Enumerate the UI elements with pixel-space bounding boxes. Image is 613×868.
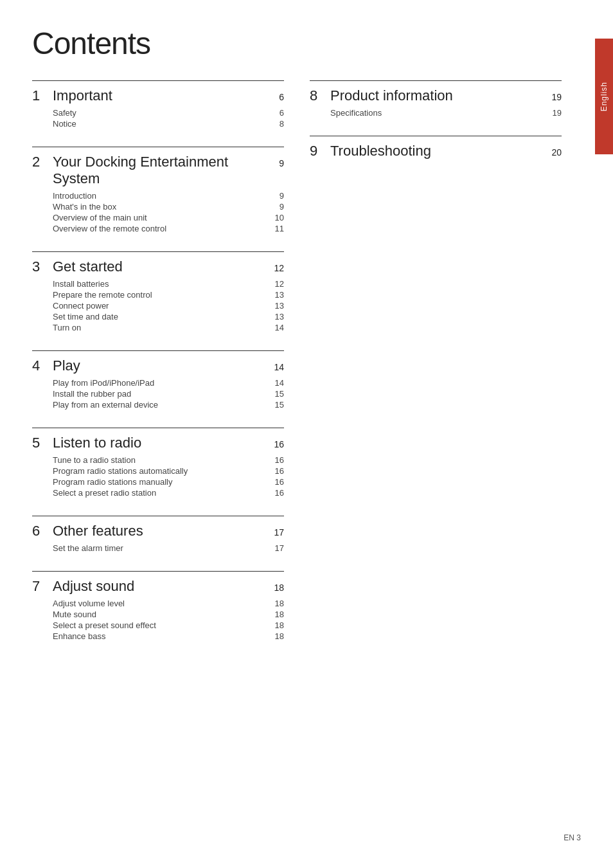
sub-item-text: Install the rubber pad xyxy=(53,389,268,399)
sub-item-page: 16 xyxy=(268,488,284,498)
sub-item-page: 15 xyxy=(268,389,284,399)
sub-item-page: 18 xyxy=(268,610,284,619)
right-section-page-9: 20 xyxy=(546,147,562,158)
right-divider-8 xyxy=(310,80,562,81)
sub-item-5-2: Program radio stations manually16 xyxy=(32,477,284,487)
sub-item-page: 11 xyxy=(268,224,284,233)
sub-item-text: Set the alarm timer xyxy=(53,543,268,553)
sub-item-page: 17 xyxy=(268,543,284,553)
section-number-6: 6 xyxy=(32,523,45,539)
sub-item-text: Adjust volume level xyxy=(53,599,268,608)
sub-item-3-2: Connect power13 xyxy=(32,301,284,311)
section-title-7: Adjust sound xyxy=(53,578,260,595)
right-section-header-8: 8Product information19 xyxy=(310,87,562,104)
sub-item-5-3: Select a preset radio station16 xyxy=(32,488,284,498)
sub-item-page: 6 xyxy=(268,108,284,118)
sub-item-text: Install batteries xyxy=(53,279,268,289)
sub-item-7-2: Select a preset sound effect18 xyxy=(32,620,284,630)
sub-item-page: 19 xyxy=(546,108,562,118)
section-header-3: 3Get started12 xyxy=(32,258,284,275)
section-title-2: Your Docking Entertainment System xyxy=(53,154,260,187)
right-section-title-8: Product information xyxy=(330,87,538,104)
right-toc-section-9: 9Troubleshooting20 xyxy=(310,136,562,159)
sub-item-text: Program radio stations automatically xyxy=(53,466,268,476)
right-toc-section-8: 8Product information19Specifications19 xyxy=(310,80,562,118)
sub-item-4-2: Play from an external device15 xyxy=(32,400,284,410)
sub-item-text: Play from iPod/iPhone/iPad xyxy=(53,378,268,388)
sub-item-page: 13 xyxy=(268,301,284,311)
section-header-4: 4Play14 xyxy=(32,357,284,374)
toc-layout: 1Important6Safety6Notice82Your Docking E… xyxy=(32,80,562,659)
sub-item-page: 13 xyxy=(268,312,284,321)
right-section-number-8: 8 xyxy=(310,87,323,104)
sub-item-page: 10 xyxy=(268,213,284,222)
sub-item-page: 9 xyxy=(268,191,284,201)
sub-item-page: 14 xyxy=(268,378,284,388)
sub-item-text: Turn on xyxy=(53,323,268,332)
sub-item-6-0: Set the alarm timer17 xyxy=(32,543,284,553)
sub-item-text: Notice xyxy=(53,119,268,129)
main-content: Contents 1Important6Safety6Notice82Your … xyxy=(0,0,613,868)
sub-item-2-2: Overview of the main unit10 xyxy=(32,213,284,222)
language-tab: English xyxy=(595,39,613,154)
sub-item-text: Specifications xyxy=(330,108,546,118)
section-header-7: 7Adjust sound18 xyxy=(32,578,284,595)
right-section-number-9: 9 xyxy=(310,143,323,159)
sub-item-5-1: Program radio stations automatically16 xyxy=(32,466,284,476)
sub-item-5-0: Tune to a radio station16 xyxy=(32,455,284,465)
sub-item-3-0: Install batteries12 xyxy=(32,279,284,289)
right-section-header-9: 9Troubleshooting20 xyxy=(310,143,562,159)
sub-item-1-1: Notice8 xyxy=(32,119,284,129)
section-title-6: Other features xyxy=(53,523,260,539)
section-page-2: 9 xyxy=(268,158,284,168)
page-title: Contents xyxy=(32,26,562,61)
page-container: English Contents 1Important6Safety6Notic… xyxy=(0,0,613,868)
sub-item-page: 16 xyxy=(268,466,284,476)
section-header-2: 2Your Docking Entertainment System9 xyxy=(32,154,284,187)
sub-item-page: 13 xyxy=(268,290,284,300)
sub-item-2-0: Introduction9 xyxy=(32,191,284,201)
sub-item-4-0: Play from iPod/iPhone/iPad14 xyxy=(32,378,284,388)
section-number-1: 1 xyxy=(32,87,45,104)
sub-item-text: Overview of the remote control xyxy=(53,224,268,233)
sub-item-text: Program radio stations manually xyxy=(53,477,268,487)
sub-item-3-4: Turn on14 xyxy=(32,323,284,332)
sub-item-page: 16 xyxy=(268,455,284,465)
divider-1 xyxy=(32,80,284,81)
sub-item-1-0: Safety6 xyxy=(32,108,284,118)
sub-item-text: Tune to a radio station xyxy=(53,455,268,465)
sub-item-3-1: Prepare the remote control13 xyxy=(32,290,284,300)
section-page-3: 12 xyxy=(268,263,284,273)
sub-item-text: What's in the box xyxy=(53,202,268,212)
sub-item-text: Select a preset radio station xyxy=(53,488,268,498)
section-page-7: 18 xyxy=(268,583,284,593)
sub-item-2-3: Overview of the remote control11 xyxy=(32,224,284,233)
sub-item-text: Introduction xyxy=(53,191,268,201)
sub-item-page: 18 xyxy=(268,620,284,630)
section-number-3: 3 xyxy=(32,258,45,275)
divider-3 xyxy=(32,251,284,252)
section-title-5: Listen to radio xyxy=(53,435,260,451)
sub-item-page: 15 xyxy=(268,400,284,410)
sub-item-page: 14 xyxy=(268,323,284,332)
sub-item-text: Enhance bass xyxy=(53,631,268,641)
right-section-page-8: 19 xyxy=(546,92,562,102)
left-column: 1Important6Safety6Notice82Your Docking E… xyxy=(32,80,284,659)
section-title-3: Get started xyxy=(53,258,260,275)
sub-item-page: 9 xyxy=(268,202,284,212)
section-title-4: Play xyxy=(53,357,260,374)
toc-section-1: 1Important6Safety6Notice8 xyxy=(32,80,284,129)
right-section-title-9: Troubleshooting xyxy=(330,143,538,159)
footer-text: EN 3 xyxy=(564,833,581,842)
right-sub-item-8-0: Specifications19 xyxy=(310,108,562,118)
section-title-1: Important xyxy=(53,87,260,104)
section-header-1: 1Important6 xyxy=(32,87,284,104)
divider-5 xyxy=(32,428,284,428)
right-divider-9 xyxy=(310,136,562,136)
sub-item-page: 18 xyxy=(268,599,284,608)
sub-item-3-3: Set time and date13 xyxy=(32,312,284,321)
section-number-7: 7 xyxy=(32,578,45,595)
section-number-2: 2 xyxy=(32,154,45,170)
sub-item-2-1: What's in the box9 xyxy=(32,202,284,212)
section-number-4: 4 xyxy=(32,357,45,374)
